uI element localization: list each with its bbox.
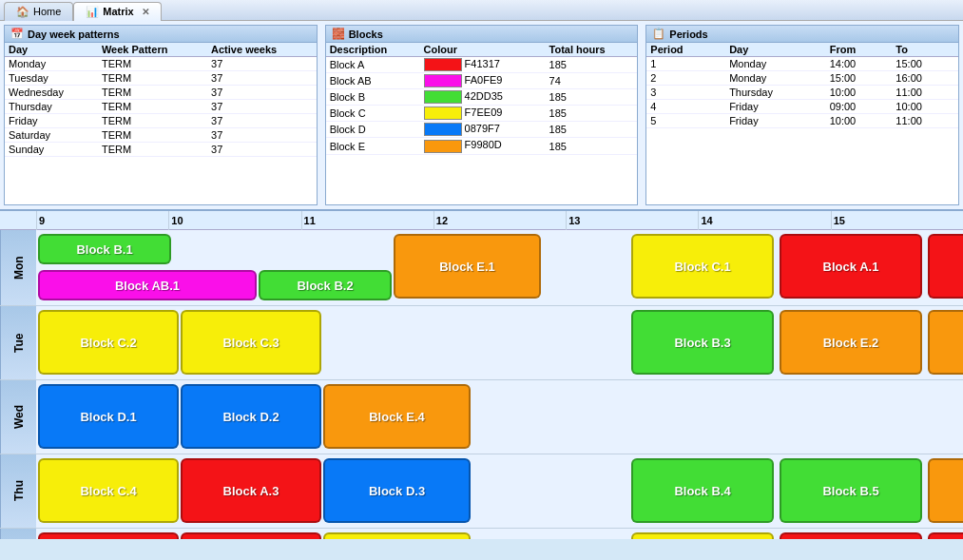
time-label: 10 bbox=[168, 211, 300, 230]
pattern-cell: TERM bbox=[98, 114, 207, 128]
period-num-cell: 4 bbox=[646, 100, 725, 114]
table-row: Block A F41317185 bbox=[326, 57, 638, 73]
weeks-cell: 37 bbox=[207, 100, 317, 114]
day-content-fri: Block A.4Block A.5Block C.5Block C.1Bloc… bbox=[36, 529, 963, 539]
block-blocka4[interactable]: Block A.4 bbox=[38, 532, 179, 539]
tab-matrix-label: Matrix bbox=[103, 6, 133, 17]
block-name-cell: Block AB bbox=[326, 73, 420, 89]
day-week-patterns-panel: 📅 Day week patterns Day Week Pattern Act… bbox=[4, 25, 318, 205]
block-blocka2[interactable]: Block A.2 bbox=[928, 532, 963, 539]
block-b1[interactable]: Block B.1 bbox=[38, 234, 171, 264]
day-cell: Friday bbox=[5, 114, 98, 128]
block-blockc3[interactable]: Block C.3 bbox=[181, 310, 321, 375]
periods-table: Period Day From To 1Monday14:0015:002Mon… bbox=[646, 43, 958, 128]
block-blockd1[interactable]: Block D.1 bbox=[38, 384, 179, 449]
weeks-cell: 37 bbox=[207, 128, 317, 143]
day-label-mon: Mon bbox=[0, 230, 36, 305]
block-hours-cell: 185 bbox=[546, 106, 638, 122]
period-from-cell: 09:00 bbox=[826, 100, 893, 114]
block-blockc4[interactable]: Block C.4 bbox=[38, 458, 179, 523]
time-label: 14 bbox=[698, 211, 830, 230]
block-blockb5[interactable]: Block B.5 bbox=[780, 458, 922, 523]
table-row: 4Friday09:0010:00 bbox=[646, 100, 958, 114]
matrix-container[interactable]: 9101112131415 MonBlock B.1Block AB.1Bloc… bbox=[0, 211, 963, 539]
block-blockc5[interactable]: Block C.5 bbox=[323, 532, 471, 539]
tab-bar: 🏠 Home 📊 Matrix ✕ bbox=[4, 0, 162, 21]
block-c1[interactable]: Block C.1 bbox=[631, 234, 774, 299]
time-label: 12 bbox=[433, 211, 566, 230]
tab-matrix-close[interactable]: ✕ bbox=[142, 7, 149, 17]
day-week-patterns-title: Day week patterns bbox=[28, 29, 120, 40]
block-blockc2[interactable]: Block C.2 bbox=[38, 310, 179, 375]
table-row: 1Monday14:0015:00 bbox=[646, 57, 958, 71]
block-blocka1[interactable]: Block A.1 bbox=[780, 532, 922, 539]
block-blockc1[interactable]: Block C.1 bbox=[631, 532, 774, 539]
time-label: 11 bbox=[301, 211, 433, 230]
blocks-panel: 🧱 Blocks Description Colour Total hours … bbox=[325, 25, 639, 205]
block-blockb4[interactable]: Block B.4 bbox=[631, 458, 774, 523]
periods-title: Periods bbox=[669, 29, 707, 40]
pattern-cell: TERM bbox=[98, 57, 207, 71]
block-blockb3[interactable]: Block B.3 bbox=[631, 310, 774, 375]
block-e1[interactable]: Block E.1 bbox=[394, 234, 541, 299]
block-a1[interactable]: Block A.1 bbox=[780, 234, 922, 299]
block-blocka3[interactable]: Block A.3 bbox=[181, 458, 321, 523]
day-label-wed: Wed bbox=[0, 380, 36, 454]
block-name-cell: Block A bbox=[326, 57, 420, 73]
table-row: Block D 0879F7185 bbox=[326, 122, 638, 138]
tab-matrix[interactable]: 📊 Matrix ✕ bbox=[73, 2, 161, 21]
weeks-cell: 37 bbox=[207, 71, 317, 86]
table-row: ThursdayTERM37 bbox=[5, 100, 317, 114]
block-ab1[interactable]: Block AB.1 bbox=[38, 270, 257, 300]
period-from-cell: 15:00 bbox=[826, 71, 893, 86]
table-row: FridayTERM37 bbox=[5, 114, 317, 128]
day-row-wed: WedBlock D.1Block D.2Block E.4 bbox=[0, 380, 963, 454]
day-week-patterns-header: 📅 Day week patterns bbox=[5, 26, 317, 43]
period-day-cell: Thursday bbox=[725, 86, 826, 100]
day-label-fri: Fri bbox=[0, 529, 36, 539]
tab-home-label: Home bbox=[33, 6, 61, 17]
block-hours-cell: 185 bbox=[546, 138, 638, 154]
block-a2[interactable]: Block A.2 bbox=[928, 234, 963, 299]
block-blocka5[interactable]: Block A.5 bbox=[181, 532, 321, 539]
block-b2[interactable]: Block B.2 bbox=[259, 270, 392, 300]
time-label: 9 bbox=[36, 211, 168, 230]
day-content-thu: Block C.4Block A.3Block D.3Block B.4Bloc… bbox=[36, 454, 963, 529]
day-cell: Monday bbox=[5, 57, 98, 71]
block-color-cell: 42DD35 bbox=[420, 89, 546, 106]
table-row: WednesdayTERM37 bbox=[5, 86, 317, 100]
day-row-mon: MonBlock B.1Block AB.1Block B.2Block E.1… bbox=[0, 230, 963, 306]
day-row-fri: FriBlock A.4Block A.5Block C.5Block C.1B… bbox=[0, 529, 963, 539]
matrix-body: MonBlock B.1Block AB.1Block B.2Block E.1… bbox=[0, 230, 963, 539]
period-num-cell: 3 bbox=[646, 86, 725, 100]
time-label: 15 bbox=[831, 211, 963, 230]
block-blocke4[interactable]: Block E.4 bbox=[323, 384, 471, 449]
day-row-tue: TueBlock C.2Block C.3Block B.3Block E.2B… bbox=[0, 306, 963, 380]
period-num-cell: 1 bbox=[646, 57, 725, 71]
table-row: Block B 42DD35185 bbox=[326, 89, 638, 106]
col-from: From bbox=[826, 43, 893, 57]
block-blocke2[interactable]: Block E.2 bbox=[780, 310, 922, 375]
period-to-cell: 11:00 bbox=[892, 114, 958, 128]
table-row: SaturdayTERM37 bbox=[5, 128, 317, 143]
block-blocke5[interactable]: Block E.5 bbox=[928, 458, 963, 523]
col-colour: Colour bbox=[420, 43, 546, 57]
block-color-cell: F41317 bbox=[420, 57, 546, 73]
tab-home[interactable]: 🏠 Home bbox=[4, 2, 73, 21]
period-day-cell: Monday bbox=[725, 71, 826, 86]
col-active-weeks: Active weeks bbox=[207, 43, 317, 57]
periods-header: 📋 Periods bbox=[646, 26, 958, 43]
blocks-table: Description Colour Total hours Block A F… bbox=[326, 43, 638, 155]
col-week-pattern: Week Pattern bbox=[98, 43, 207, 57]
block-hours-cell: 74 bbox=[546, 73, 638, 89]
block-hours-cell: 185 bbox=[546, 57, 638, 73]
period-from-cell: 10:00 bbox=[826, 114, 893, 128]
period-num-cell: 2 bbox=[646, 71, 725, 86]
day-label-tue: Tue bbox=[0, 306, 36, 379]
time-header: 9101112131415 bbox=[0, 211, 963, 230]
block-blocke3[interactable]: Block E.3 bbox=[928, 310, 963, 375]
block-blockd2[interactable]: Block D.2 bbox=[181, 384, 321, 449]
block-blockd3[interactable]: Block D.3 bbox=[323, 458, 471, 523]
col-description: Description bbox=[326, 43, 420, 57]
block-name-cell: Block B bbox=[326, 89, 420, 106]
